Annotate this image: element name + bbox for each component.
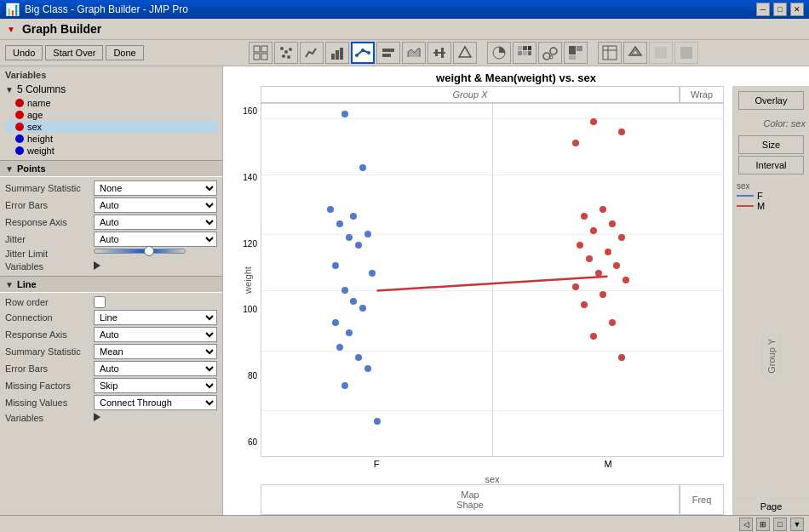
var-label-height: height xyxy=(27,134,53,144)
chart-type-heat[interactable] xyxy=(513,42,536,64)
legend-line-m xyxy=(737,205,754,207)
var-label-sex: sex xyxy=(27,122,42,132)
chart-type-radar[interactable] xyxy=(623,42,647,64)
chart-with-axes: 160 140 120 100 80 60 xyxy=(223,103,732,484)
jitter-select[interactable]: AutoNone xyxy=(94,232,217,247)
svg-line-42 xyxy=(377,277,608,291)
var-label-weight: weight xyxy=(27,146,55,156)
svg-point-5 xyxy=(284,50,288,54)
x-axis-label: sex xyxy=(261,474,724,484)
var-item-sex[interactable]: sex xyxy=(5,121,217,133)
response-axis-select[interactable]: AutoLeftRight xyxy=(94,215,217,230)
missing-factors-select[interactable]: SkipConnect xyxy=(94,378,217,393)
connection-select[interactable]: LineSmooth xyxy=(94,310,217,325)
chart-type-pie[interactable] xyxy=(487,42,511,64)
status-icon-2[interactable]: ⊞ xyxy=(756,518,770,531)
points-collapse-icon[interactable]: ▼ xyxy=(5,164,14,174)
chart-area: weight & Mean(weight) vs. sex Group X Wr… xyxy=(223,66,809,515)
interval-button[interactable]: Interval xyxy=(738,156,804,174)
plot-area[interactable]: weight xyxy=(261,103,724,457)
x-tick-m: M xyxy=(492,457,724,474)
status-icon-1[interactable]: ◁ xyxy=(739,518,753,531)
status-icon-3[interactable]: □ xyxy=(773,518,787,531)
missing-factors-label: Missing Factors xyxy=(5,378,90,393)
svg-point-29 xyxy=(550,48,557,54)
columns-header[interactable]: ▼ 5 Columns xyxy=(5,82,217,97)
wrap-cell[interactable]: Wrap xyxy=(680,86,724,103)
overlay-button[interactable]: Overlay xyxy=(738,91,804,110)
missing-values-label: Missing Values xyxy=(5,395,90,410)
var-icon-weight xyxy=(15,146,24,155)
minimize-button[interactable]: ─ xyxy=(756,3,770,16)
line-error-bars-select[interactable]: AutoNone xyxy=(94,361,217,376)
line-response-axis-select[interactable]: AutoLeft xyxy=(94,327,217,342)
jitter-slider-container[interactable] xyxy=(94,249,217,259)
var-label-age: age xyxy=(27,110,43,120)
line-summary-stat-select[interactable]: MeanMedianNone xyxy=(94,344,217,359)
chart-body: Group X Wrap 160 140 120 100 80 60 xyxy=(223,86,732,515)
y-tick-120: 120 xyxy=(243,239,257,249)
start-over-button[interactable]: Start Over xyxy=(45,45,103,60)
missing-values-select[interactable]: Connect ThroughMissing xyxy=(94,395,217,410)
chart-type-table[interactable] xyxy=(598,42,622,64)
var-item-height[interactable]: height xyxy=(5,133,217,145)
points-variables-label: Variables xyxy=(5,260,90,272)
var-item-age[interactable]: age xyxy=(5,109,217,121)
points-variables-arrow[interactable] xyxy=(94,260,217,272)
jitter-label: Jitter xyxy=(5,232,90,247)
map-shape-cell[interactable]: Map Shape xyxy=(261,484,680,515)
svg-rect-16 xyxy=(382,54,391,57)
summary-stat-select[interactable]: NoneMeanMedian xyxy=(94,180,217,196)
columns-collapse-icon[interactable]: ▼ xyxy=(5,85,14,94)
chart-type-points-line[interactable] xyxy=(351,42,375,64)
svg-rect-25 xyxy=(518,51,522,55)
page-cell[interactable]: Page xyxy=(733,497,809,515)
freq-cell[interactable]: Freq xyxy=(680,484,724,515)
close-button[interactable]: ✕ xyxy=(790,3,804,16)
x-ticks-row: F M xyxy=(261,457,724,474)
app-icon: 📊 xyxy=(5,3,20,16)
chart-type-range[interactable] xyxy=(427,42,451,64)
var-item-name[interactable]: name xyxy=(5,97,217,109)
var-item-weight[interactable]: weight xyxy=(5,145,217,157)
points-section-header[interactable]: ▼ Points xyxy=(0,160,222,177)
var-label-name: name xyxy=(27,98,51,108)
line-collapse-icon[interactable]: ▼ xyxy=(5,280,14,289)
summary-stat-label: Summary Statistic xyxy=(5,180,90,196)
chart-type-gray1[interactable] xyxy=(649,42,673,64)
chart-type-scatter-grid[interactable] xyxy=(249,42,273,64)
group-x-row: Group X Wrap xyxy=(261,86,724,103)
panel-title: Graph Builder xyxy=(22,22,101,36)
undo-button[interactable]: Undo xyxy=(5,45,43,60)
row-order-checkbox[interactable] xyxy=(94,296,106,308)
group-y-container: Group Y xyxy=(733,215,809,497)
chart-type-bar[interactable] xyxy=(325,42,349,64)
line-variables-arrow[interactable] xyxy=(94,412,217,424)
status-icon-arrow[interactable]: ▼ xyxy=(790,518,804,531)
error-bars-select[interactable]: AutoNone xyxy=(94,197,217,213)
group-y-label[interactable]: Group Y xyxy=(762,335,781,378)
chart-type-mosaic[interactable] xyxy=(564,42,588,64)
svg-rect-3 xyxy=(261,54,267,60)
maximize-button[interactable]: □ xyxy=(773,3,787,16)
main-toolbar: Undo Start Over Done xyxy=(0,40,809,66)
chart-type-map[interactable] xyxy=(453,42,477,64)
chart-type-gray2[interactable] xyxy=(674,42,698,64)
svg-rect-19 xyxy=(441,48,444,58)
line-section-header[interactable]: ▼ Line xyxy=(0,276,222,293)
svg-rect-27 xyxy=(528,51,531,55)
var-icon-height xyxy=(15,134,24,143)
chart-type-bar2[interactable] xyxy=(376,42,400,64)
chart-type-scatter[interactable] xyxy=(274,42,298,64)
chart-type-area[interactable] xyxy=(402,42,426,64)
chart-type-bubble[interactable] xyxy=(538,42,562,64)
x-tick-f: F xyxy=(261,457,492,474)
right-buttons-2: Size Interval xyxy=(733,132,809,178)
size-button[interactable]: Size xyxy=(738,135,804,154)
chart-type-line[interactable] xyxy=(300,42,324,64)
line-response-axis-label: Response Axis xyxy=(5,327,90,342)
done-button[interactable]: Done xyxy=(106,45,143,60)
group-x-cell[interactable]: Group X xyxy=(261,86,680,103)
panel-collapse-icon[interactable]: ▼ xyxy=(7,25,15,34)
svg-rect-18 xyxy=(435,49,438,56)
